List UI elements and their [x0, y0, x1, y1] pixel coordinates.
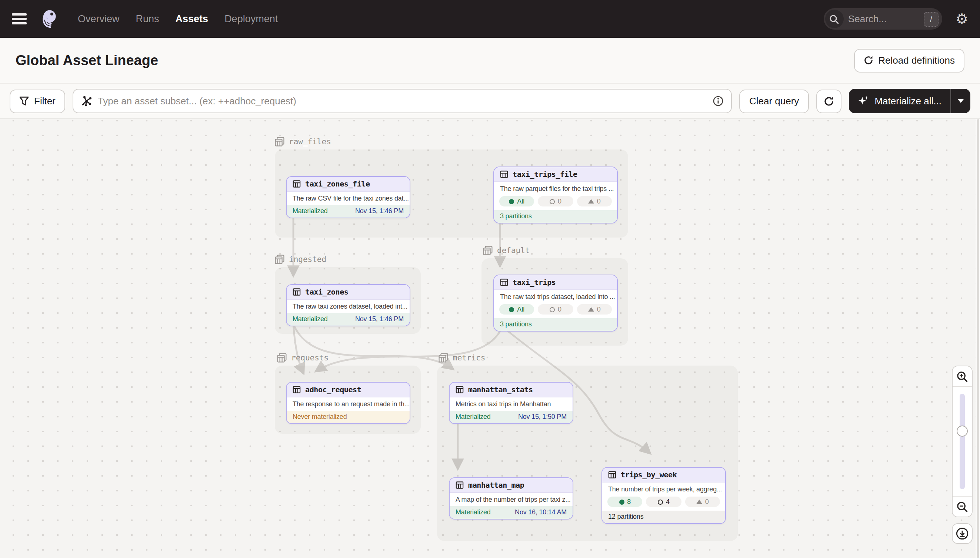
dagster-app: Overview Runs Assets Deployment / ⚙ Glob… [0, 0, 980, 558]
group-tables-icon [275, 136, 285, 146]
materialized-pill: All [499, 304, 534, 315]
asset-node-trips-by-week[interactable]: trips_by_week The number of trips per we… [601, 467, 726, 524]
asset-node-taxi-zones[interactable]: taxi_zones The raw taxi zones dataset, l… [286, 284, 410, 327]
zoom-slider[interactable] [953, 387, 972, 496]
nav-right: / ⚙ [824, 8, 968, 30]
asset-subset-icon [81, 95, 92, 107]
failed-pill: 0 [576, 304, 612, 315]
table-icon [293, 180, 301, 188]
missing-pill: 4 [646, 497, 682, 507]
nav-link-assets[interactable]: Assets [176, 13, 209, 25]
asset-name: taxi_zones_file [305, 180, 370, 188]
failed-pill: 0 [685, 497, 720, 507]
partitions-footer: 12 partitions [602, 510, 725, 523]
nav-link-runs[interactable]: Runs [136, 13, 159, 25]
zoom-in-button[interactable] [953, 366, 972, 387]
asset-node-taxi-zones-file[interactable]: taxi_zones_file The raw CSV file for the… [286, 176, 410, 218]
partition-health-pills: All 0 0 [494, 195, 617, 210]
asset-query-input[interactable] [98, 95, 707, 107]
page-title: Global Asset Lineage [16, 52, 158, 69]
asset-name: adhoc_request [305, 386, 361, 394]
group-tables-icon [438, 353, 448, 362]
group-label-raw-files[interactable]: raw_files [275, 135, 331, 147]
info-icon[interactable] [713, 95, 724, 107]
filter-button[interactable]: Filter [10, 89, 65, 113]
zoom-slider-track[interactable] [960, 394, 965, 489]
filter-funnel-icon [19, 96, 29, 106]
materialized-pill: 8 [608, 497, 642, 507]
reload-definitions-button[interactable]: Reload definitions [854, 48, 964, 72]
scrollbar-thumb[interactable] [977, 119, 979, 558]
materialize-dropdown-caret[interactable] [950, 89, 970, 113]
table-icon [456, 481, 464, 489]
reload-icon [863, 56, 873, 65]
asset-node-manhattan-map[interactable]: manhattan_map A map of the number of tri… [449, 478, 573, 520]
materialized-pill: All [499, 196, 534, 207]
materialization-timestamp: Nov 16, 10:14 AM [515, 509, 567, 516]
table-icon [293, 288, 301, 296]
status-label: Materialized [293, 207, 328, 215]
clear-query-button[interactable]: Clear query [740, 89, 809, 113]
menu-icon[interactable] [12, 14, 27, 24]
asset-status-footer: Materialized Nov 15, 1:50 PM [450, 411, 573, 423]
asset-description: The number of trips per week, aggreg... [602, 483, 725, 496]
asset-node-manhattan-stats[interactable]: manhattan_stats Metrics on taxi trips in… [449, 382, 573, 424]
settings-gear-icon[interactable]: ⚙ [955, 12, 968, 26]
zoom-panel [952, 366, 973, 517]
partition-health-pills: 8 4 0 [602, 496, 725, 510]
table-icon [500, 278, 508, 286]
asset-name: trips_by_week [621, 471, 677, 479]
search-box[interactable]: / [824, 8, 942, 30]
zoom-out-icon [956, 501, 968, 512]
search-input[interactable] [844, 13, 924, 25]
asset-description: The response to an request made in th... [287, 397, 410, 411]
download-graph-button[interactable] [952, 523, 973, 544]
zoom-out-button[interactable] [953, 496, 972, 517]
group-label-requests[interactable]: requests [277, 351, 328, 363]
table-icon [456, 386, 464, 394]
asset-name: taxi_trips [512, 278, 555, 286]
refresh-button[interactable] [816, 89, 841, 113]
missing-pill: 0 [538, 304, 573, 315]
search-icon [825, 10, 844, 28]
zoom-slider-handle[interactable] [957, 425, 968, 437]
group-label-ingested[interactable]: ingested [275, 253, 326, 265]
asset-description: The raw taxi zones dataset, loaded int..… [287, 300, 410, 313]
status-label: Materialized [456, 413, 491, 420]
group-label-metrics[interactable]: metrics [438, 351, 486, 363]
partitions-footer: 3 partitions [494, 318, 617, 331]
materialization-timestamp: Nov 15, 1:46 PM [355, 207, 404, 215]
refresh-icon [824, 96, 834, 106]
nav-links: Overview Runs Assets Deployment [78, 13, 278, 25]
asset-status-footer: Materialized Nov 16, 10:14 AM [450, 506, 573, 519]
status-label: Materialized [456, 509, 491, 516]
group-tables-icon [277, 353, 287, 362]
asset-node-taxi-trips[interactable]: taxi_trips The raw taxi trips dataset, l… [493, 274, 618, 332]
asset-status-footer: Materialized Nov 15, 1:46 PM [287, 205, 410, 218]
asset-name: manhattan_stats [468, 386, 533, 394]
materialize-all-button[interactable]: Materialize all... [848, 89, 970, 113]
asset-node-taxi-trips-file[interactable]: taxi_trips_file The raw parquet files fo… [493, 166, 618, 223]
nav-link-deployment[interactable]: Deployment [224, 13, 278, 25]
slash-shortcut-key: / [924, 11, 939, 26]
table-icon [500, 170, 508, 178]
asset-status-footer: Materialized Nov 15, 1:46 PM [287, 313, 410, 326]
top-nav: Overview Runs Assets Deployment / ⚙ [0, 0, 980, 38]
asset-node-adhoc-request[interactable]: adhoc_request The response to an request… [286, 382, 410, 424]
asset-name: taxi_trips_file [512, 170, 577, 178]
asset-description: Metrics on taxi trips in Manhattan [450, 397, 573, 411]
zoom-in-icon [956, 370, 968, 382]
asset-description: The raw taxi trips dataset, loaded into … [494, 290, 617, 304]
dagster-logo[interactable] [38, 9, 59, 29]
lineage-canvas[interactable]: raw_files ingested default [0, 118, 980, 558]
partitions-footer: 3 partitions [494, 210, 617, 223]
asset-description: The raw CSV file for the taxi zones dat.… [287, 192, 410, 205]
nav-link-overview[interactable]: Overview [78, 13, 120, 25]
download-icon [955, 527, 969, 540]
table-icon [293, 386, 301, 394]
group-label-default[interactable]: default [483, 244, 530, 256]
partition-health-pills: All 0 0 [494, 304, 617, 318]
asset-description: A map of the number of trips per taxi z.… [450, 493, 573, 506]
missing-pill: 0 [538, 196, 573, 207]
materialization-timestamp: Nov 15, 1:46 PM [355, 315, 404, 323]
